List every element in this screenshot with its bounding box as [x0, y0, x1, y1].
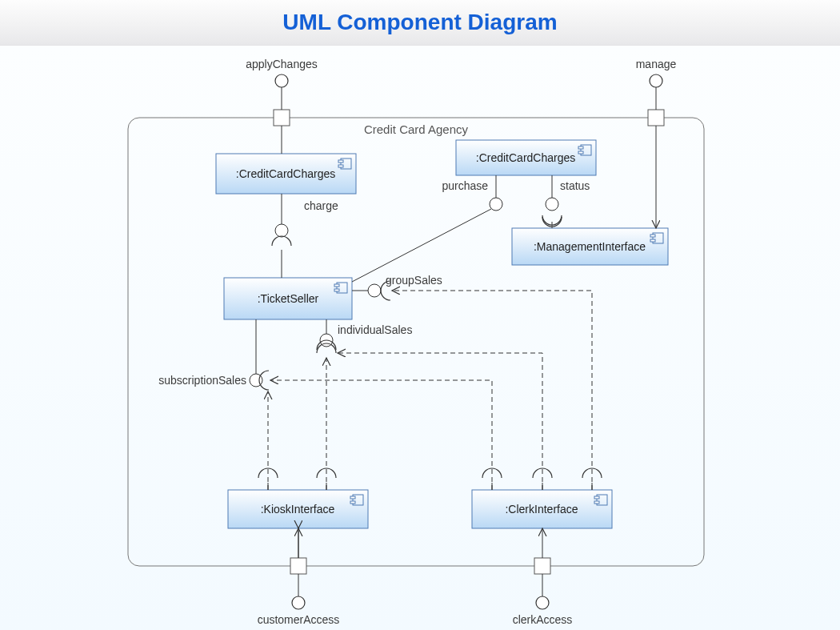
interface-customer-access: [292, 596, 305, 609]
label-apply-changes: applyChanges: [246, 58, 318, 70]
svg-rect-33: [594, 501, 599, 504]
svg-text::KioskInterface: :KioskInterface: [261, 503, 335, 516]
diagram-canvas: Credit Card Agency applyChanges manage c…: [0, 46, 840, 630]
label-purchase: purchase: [442, 179, 488, 192]
component-management-interface: :ManagementInterface: [512, 228, 668, 265]
svg-rect-17: [650, 235, 655, 237]
svg-rect-22: [334, 284, 339, 287]
svg-text::CreditCardCharges: :CreditCardCharges: [236, 167, 336, 180]
component-clerk-interface: :ClerkInterface: [472, 490, 612, 528]
label-manage: manage: [636, 58, 677, 70]
component-ticket-seller: :TicketSeller: [224, 278, 352, 319]
interface-manage: [650, 74, 662, 87]
label-group-sales: groupSales: [386, 274, 442, 287]
label-clerk-access: clerkAccess: [513, 613, 573, 626]
svg-rect-23: [334, 289, 339, 291]
port-customer-access: [290, 558, 306, 574]
label-individual-sales: individualSales: [338, 323, 412, 336]
label-charge: charge: [304, 199, 338, 212]
component-credit-card-charges-2: :CreditCardCharges: [456, 140, 596, 175]
svg-text::CreditCardCharges: :CreditCardCharges: [476, 151, 576, 164]
label-customer-access: customerAccess: [258, 613, 340, 626]
port-apply-changes: [274, 110, 290, 126]
svg-rect-12: [578, 146, 583, 149]
component-kiosk-interface: :KioskInterface: [228, 490, 368, 528]
svg-text::ClerkInterface: :ClerkInterface: [505, 503, 578, 516]
svg-rect-13: [578, 151, 583, 154]
dependency-clerk-individual: [338, 353, 542, 490]
svg-rect-8: [338, 165, 343, 167]
svg-text::ManagementInterface: :ManagementInterface: [534, 240, 646, 253]
svg-rect-7: [338, 160, 343, 163]
container-credit-card-agency: [128, 118, 704, 566]
svg-rect-28: [350, 501, 355, 504]
svg-rect-32: [594, 496, 599, 499]
interface-apply-changes: [275, 74, 288, 87]
component-credit-card-charges-1: :CreditCardCharges: [216, 154, 356, 194]
port-manage: [648, 110, 664, 126]
label-subscription-sales: subscriptionSales: [158, 374, 246, 387]
interface-purchase: [490, 198, 502, 211]
svg-text::TicketSeller: :TicketSeller: [258, 292, 319, 305]
svg-rect-27: [350, 496, 355, 499]
label-status: status: [560, 179, 590, 192]
socket-charge: [272, 236, 291, 246]
interface-clerk-access: [536, 596, 549, 609]
svg-rect-18: [650, 239, 655, 242]
dependency-clerk-subscription: [270, 380, 492, 490]
interface-charge: [275, 224, 288, 237]
page-title: UML Component Diagram: [0, 0, 840, 46]
connector-seller-purchase: [352, 209, 491, 282]
port-clerk-access: [534, 558, 550, 574]
interface-group-sales: [368, 284, 381, 297]
interface-status: [546, 198, 558, 211]
container-label: Credit Card Agency: [364, 122, 469, 136]
